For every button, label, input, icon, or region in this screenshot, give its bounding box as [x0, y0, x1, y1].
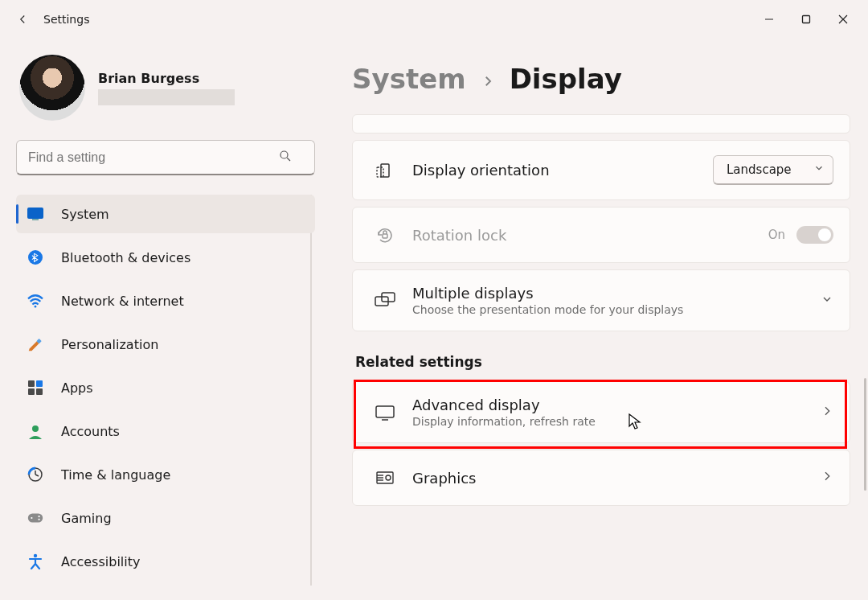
nav-bluetooth[interactable]: Bluetooth & devices — [16, 238, 315, 277]
nav-system[interactable]: System — [16, 195, 315, 233]
search-box[interactable] — [16, 140, 312, 175]
svg-rect-4 — [27, 208, 43, 219]
svg-rect-16 — [28, 514, 43, 523]
chevron-right-icon — [821, 405, 833, 421]
related-heading: Related settings — [355, 354, 850, 370]
paintbrush-icon — [26, 335, 45, 354]
svg-point-2 — [280, 151, 288, 158]
nav-label: Accounts — [61, 424, 120, 439]
rotation-lock-row: Rotation lock On — [352, 207, 850, 263]
orientation-icon — [369, 162, 401, 179]
chevron-down-icon — [813, 162, 825, 177]
svg-point-18 — [38, 516, 39, 517]
svg-line-3 — [287, 158, 290, 161]
nav-label: System — [61, 207, 109, 222]
nav-apps[interactable]: Apps — [16, 368, 315, 407]
multiple-sub: Choose the presentation mode for your di… — [412, 303, 821, 316]
user-email-placeholder — [98, 89, 235, 105]
svg-rect-22 — [377, 167, 383, 177]
chevron-right-icon — [821, 470, 833, 486]
rotation-label: Rotation lock — [412, 227, 768, 244]
breadcrumb: System Display — [352, 63, 850, 95]
search-icon — [278, 149, 293, 166]
svg-rect-26 — [376, 406, 394, 417]
chevron-down-icon — [821, 293, 833, 309]
svg-rect-21 — [381, 164, 389, 177]
svg-rect-10 — [28, 380, 35, 387]
nav-label: Gaming — [61, 511, 112, 526]
nav-accessibility[interactable]: Accessibility — [16, 542, 315, 581]
monitor-icon — [369, 405, 401, 421]
nav-list: System Bluetooth & devices Network & int… — [16, 195, 312, 586]
accounts-icon — [26, 421, 45, 441]
svg-rect-12 — [28, 388, 35, 395]
orientation-label: Display orientation — [412, 162, 713, 179]
accessibility-icon — [26, 552, 45, 571]
rotation-toggle — [796, 226, 833, 244]
multiple-label: Multiple displays — [412, 285, 821, 302]
svg-rect-11 — [36, 380, 43, 387]
rotation-state: On — [768, 228, 785, 242]
clock-icon — [26, 465, 45, 484]
advanced-label: Advanced display — [412, 397, 821, 413]
svg-point-14 — [32, 425, 39, 432]
chevron-right-icon — [481, 74, 495, 92]
maximize-button[interactable] — [788, 6, 825, 32]
advanced-display-row[interactable]: Advanced display Display information, re… — [352, 381, 850, 443]
apps-icon — [26, 378, 45, 397]
orientation-value: Landscape — [727, 162, 792, 177]
nav-personalization[interactable]: Personalization — [16, 325, 315, 364]
nav-accounts[interactable]: Accounts — [16, 412, 315, 450]
graphics-row[interactable]: Graphics — [352, 450, 850, 506]
scrollbar[interactable] — [864, 378, 866, 491]
rotation-lock-icon — [369, 225, 401, 245]
svg-point-17 — [31, 517, 32, 519]
svg-point-19 — [38, 519, 39, 520]
nav-time[interactable]: Time & language — [16, 455, 315, 494]
system-icon — [26, 204, 45, 224]
svg-point-8 — [35, 306, 37, 308]
wifi-icon — [26, 291, 45, 310]
graphics-icon — [369, 470, 401, 486]
svg-point-7 — [28, 250, 43, 265]
orientation-dropdown[interactable]: Landscape — [713, 155, 833, 185]
svg-point-20 — [34, 554, 37, 557]
avatar — [19, 55, 85, 121]
nav-network[interactable]: Network & internet — [16, 282, 315, 320]
display-orientation-row[interactable]: Display orientation Landscape — [352, 140, 850, 200]
user-name: Brian Burgess — [98, 71, 235, 86]
svg-rect-1 — [803, 16, 810, 23]
nav-label: Time & language — [61, 467, 170, 483]
gaming-icon — [26, 508, 45, 528]
window-title: Settings — [43, 13, 89, 26]
graphics-label: Graphics — [412, 470, 821, 487]
bluetooth-icon — [26, 248, 45, 267]
user-profile[interactable]: Brian Burgess — [16, 55, 312, 121]
nav-gaming[interactable]: Gaming — [16, 499, 315, 537]
nav-label: Accessibility — [61, 554, 140, 569]
close-button[interactable] — [825, 6, 862, 32]
nav-label: Network & internet — [61, 294, 184, 309]
nav-label: Apps — [61, 380, 93, 396]
nav-label: Bluetooth & devices — [61, 250, 190, 265]
partial-card-top[interactable] — [352, 114, 850, 134]
multiple-displays-icon — [369, 292, 401, 310]
breadcrumb-current: Display — [510, 63, 622, 95]
svg-rect-6 — [32, 219, 39, 220]
svg-rect-13 — [36, 388, 43, 395]
breadcrumb-parent[interactable]: System — [352, 63, 466, 95]
svg-point-29 — [386, 475, 391, 480]
search-input[interactable] — [16, 140, 315, 175]
back-button[interactable] — [6, 3, 39, 35]
multiple-displays-row[interactable]: Multiple displays Choose the presentatio… — [352, 269, 850, 331]
advanced-sub: Display information, refresh rate — [412, 415, 821, 428]
svg-rect-23 — [383, 234, 387, 238]
minimize-button[interactable] — [751, 6, 788, 32]
nav-label: Personalization — [61, 337, 158, 352]
